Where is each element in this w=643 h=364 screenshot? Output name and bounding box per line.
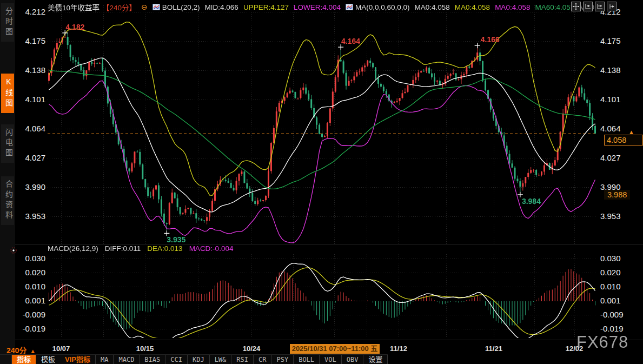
macd-value: MACD:-0.004 (189, 244, 234, 253)
toolbar-item-vol[interactable]: VOL (320, 355, 342, 364)
toolbar-item-cr[interactable]: CR (254, 355, 271, 364)
toolbar-item-settings[interactable]: 设置 (363, 355, 388, 364)
bottom-divider (15, 340, 643, 340)
boll-name: BOLL(20,2) (162, 3, 200, 11)
macd-dea-value: DEA:0.013 (147, 244, 182, 253)
axis-tick-label: 4.138 (600, 65, 638, 75)
current-price-tag: 4.058 (604, 135, 643, 145)
axis-tick-label: 0.020 (15, 268, 45, 277)
axis-tick-label: 0.030 (600, 254, 638, 263)
time-tick-label: 11/12 (390, 345, 407, 353)
ma-indicator-icon[interactable] (346, 4, 353, 10)
chart-tool-buttons (571, 2, 617, 11)
macd-diff-value: DIFF:0.011 (105, 244, 141, 253)
ma0-magenta-value: MA0:4.058 (495, 3, 530, 11)
collapse-icon[interactable]: ⊖ (141, 4, 148, 10)
axis-tick-label: 3.953 (600, 211, 638, 221)
axis-tick-label: 4.027 (15, 153, 45, 163)
axis-tick-label: 0.001 (600, 296, 638, 306)
toolbar-item-rsi[interactable]: RSI (231, 355, 254, 364)
indicator-target-icon (10, 247, 17, 254)
macd-indicator-chart[interactable] (48, 254, 596, 338)
chart-header: 美债10年收益率 【240分】 ⊖ BOLL(20,2) MID:4.066 U… (48, 2, 596, 12)
toolbar-item-bias[interactable]: BIAS (140, 355, 165, 364)
period-badge[interactable]: 【240分】 (102, 2, 136, 12)
sidebar-tab-contract-info[interactable]: 合约资料 (1, 176, 14, 225)
axis-tick-label: 4.138 (15, 65, 45, 75)
boll-upper-value: UPPER:4.127 (243, 3, 289, 11)
toolbar-item-obv[interactable]: OBV (342, 355, 364, 364)
toolbar-item-psy[interactable]: PSY (271, 355, 294, 364)
axis-tick-label: 3.990 (15, 182, 45, 192)
period-selector[interactable]: 240分▲ (6, 345, 36, 355)
axis-tick-label: -0.009 (15, 310, 45, 320)
left-sidebar: 分时图 K线图 闪电图 合约资料 (0, 0, 15, 364)
toolbar-spacer (0, 355, 12, 364)
toolbar-tab-indicators[interactable]: 指标 (12, 355, 36, 364)
toolbar-tab-vip-indicators[interactable]: VIP指标 (60, 355, 96, 364)
sidebar-tab-lightning-chart[interactable]: 闪电图 (1, 124, 14, 163)
toolbar-item-lw[interactable]: LW& (210, 355, 232, 364)
axis-tick-label: 4.175 (15, 36, 45, 46)
axis-tick-label: 4.027 (600, 153, 638, 163)
toolbar-item-ma[interactable]: MA (96, 355, 114, 364)
axis-tick-label: 0.010 (15, 282, 45, 292)
axis-tick-label: 4.175 (600, 36, 638, 46)
low-annotation: 3.935 (167, 235, 185, 244)
boll-mid-value: MID:4.066 (205, 3, 238, 11)
trading-app-window: 分时图 K线图 闪电图 合约资料 美债10年收益率 【240分】 ⊖ BOLL(… (0, 0, 643, 364)
time-tick-label: 10/24 (243, 345, 261, 353)
watermark: FX678 (576, 333, 628, 352)
axis-tick-label: 3.953 (15, 211, 45, 221)
boll-lower-value: LOWER:4.004 (294, 3, 341, 11)
high-annotation: 4.182 (65, 23, 84, 31)
ma0-yellow-value: MA0:4.058 (455, 3, 490, 11)
ma-name: MA(0,0,0,60,0,0) (355, 3, 410, 11)
low-annotation: 3.984 (522, 197, 541, 206)
instrument-title: 美债10年收益率 (48, 2, 100, 12)
time-tick-label: 10/15 (136, 345, 154, 353)
toolbar-item-kdj[interactable]: KDJ (188, 355, 210, 364)
axis-tick-label: -0.009 (600, 310, 638, 320)
crosshair-pan-icon[interactable] (571, 2, 581, 11)
axis-tick-label: 4.064 (15, 124, 45, 134)
axis-tick-label: 4.101 (15, 95, 45, 104)
ma60-value: MA60:4.057 (535, 3, 574, 11)
main-candlestick-chart[interactable] (48, 5, 596, 244)
toolbar-item-boll[interactable]: BOLL (294, 355, 320, 364)
axis-tick-label: 0.001 (15, 296, 45, 306)
compress-left-icon[interactable] (583, 2, 593, 11)
ma0-white-value: MA0:4.058 (415, 3, 450, 11)
axis-tick-label: 4.101 (600, 95, 638, 104)
macd-name: MACD(26,12,9) (48, 244, 98, 253)
boll-indicator-icon[interactable] (153, 4, 160, 10)
pan-right-icon[interactable] (607, 2, 617, 11)
sidebar-tab-timeline-chart[interactable]: 分时图 (1, 3, 14, 42)
axis-tick-label: 0.020 (600, 268, 638, 277)
toolbar-item-cci[interactable]: CCI (165, 355, 188, 364)
secondary-price-tag: 3.988 (604, 190, 630, 200)
macd-header: MACD(26,12,9) DIFF:0.011 DEA:0.013 MACD:… (48, 244, 233, 253)
toolbar-item-macd[interactable]: MACD (114, 355, 140, 364)
axis-tick-label: -0.019 (15, 324, 45, 334)
compress-right-icon[interactable] (595, 2, 605, 11)
dropdown-arrow-icon: ▲ (30, 348, 36, 354)
axis-tick-label: 4.212 (15, 7, 45, 17)
time-tick-label: 11/21 (485, 345, 502, 353)
indicator-toolbar: 指标 模板 VIP指标 MA MACD BIAS CCI KDJ LW& RSI… (0, 354, 388, 364)
axis-tick-label: 0.010 (600, 282, 638, 292)
axis-tick-label: 0.030 (15, 254, 45, 263)
time-tick-label: 10/07 (52, 345, 70, 353)
sidebar-tab-candlestick-chart[interactable]: K线图 (1, 74, 14, 113)
high-annotation: 4.166 (481, 35, 500, 44)
selected-candle-time-badge: 2025/10/31 07:00~11:00 五 (290, 344, 380, 354)
toolbar-tab-templates[interactable]: 模板 (36, 355, 60, 364)
high-annotation: 4.164 (341, 37, 360, 45)
